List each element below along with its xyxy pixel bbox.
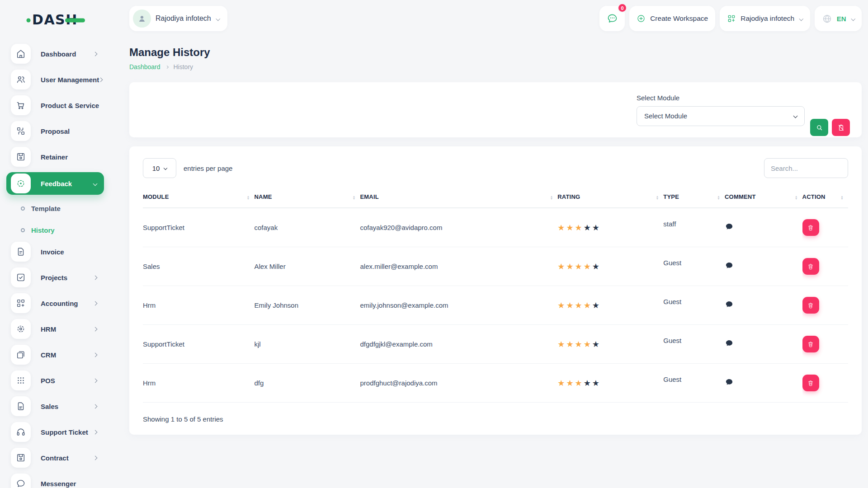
speech-bubble-icon[interactable] [725,222,734,231]
column-header-label: MODULE [143,193,169,200]
circle-bullet-icon [21,206,25,211]
sidebar-item-label: Invoice [41,248,104,256]
delete-button[interactable] [802,336,819,352]
breadcrumb-dashboard-link[interactable]: Dashboard [129,63,160,70]
entries-per-page-select[interactable]: 10 [143,158,176,178]
sidebar-item-sales[interactable]: Sales [11,396,104,417]
sidebar-item-projects[interactable]: Projects [11,267,104,288]
column-header-email[interactable]: EMAIL [360,189,557,208]
brand-logo[interactable]: DASH [0,6,109,33]
sort-icon [840,196,844,200]
type-label: Guest [663,337,681,344]
table-row: HrmEmily Johnsonemily.johnson@example.co… [143,286,848,325]
column-header-module[interactable]: MODULE [143,189,254,208]
column-header-comment[interactable]: COMMENT [725,189,802,208]
delete-button[interactable] [802,297,819,314]
sidebar-item-label: CRM [41,351,94,359]
sidebar-subitem-template[interactable]: Template [11,198,109,219]
user-avatar-icon [133,9,151,28]
sidebar-item-dashboard[interactable]: Dashboard [11,43,104,64]
messages-count-badge: 0 [618,3,627,13]
delete-button[interactable] [802,258,819,275]
trash-icon [807,224,814,231]
sort-icon [795,196,798,200]
sidebar-item-crm[interactable]: CRM [11,344,104,365]
star-icon: ★ [575,223,584,232]
history-table: MODULENAMEEMAILRATINGTYPECOMMENTACTION S… [143,189,848,403]
sidebar: DASH DashboardUser ManagementProduct & S… [0,0,109,488]
star-icon: ★ [584,262,592,271]
page-title: Manage History [129,46,862,59]
speech-bubble-icon[interactable] [725,261,734,270]
circle-bullet-icon [21,228,25,232]
filter-card: Select Module Select Module [129,82,862,137]
workspace-selector[interactable]: Rajodiya infotech [129,6,227,31]
filter-search-button[interactable] [810,119,828,136]
sidebar-item-label: HRM [41,325,94,333]
accounting-icon [11,293,31,313]
delete-button[interactable] [802,375,819,391]
company-selector[interactable]: Rajodiya infotech [720,6,810,31]
sort-icon [656,196,659,200]
topbar: Rajodiya infotech 0 Create Workspace [109,0,868,33]
sidebar-item-contract[interactable]: Contract [11,447,104,468]
speech-bubble-icon[interactable] [725,300,734,309]
sidebar-item-label: POS [41,377,94,385]
sidebar-item-label: Projects [41,274,94,282]
sort-icon [717,196,720,200]
cell-action [802,325,848,364]
type-label: Guest [663,298,681,305]
star-icon: ★ [592,223,601,232]
sidebar-item-user-management[interactable]: User Management [11,69,104,90]
workspace-selector-label: Rajodiya infotech [156,14,211,23]
proposal-icon [11,121,31,141]
column-header-label: ACTION [802,193,826,200]
speech-bubble-icon[interactable] [725,378,734,387]
star-icon: ★ [592,379,601,388]
speech-bubble-icon[interactable] [725,339,734,348]
sidebar-item-pos[interactable]: POS [11,370,104,391]
table-search-input[interactable] [764,158,848,178]
cell-comment [725,364,802,403]
sidebar-item-label: User Management [41,76,99,84]
module-select[interactable]: Select Module [637,106,805,126]
messages-button[interactable]: 0 [599,6,625,31]
company-selector-label: Rajodiya infotech [741,14,794,23]
sidebar-item-invoice[interactable]: Invoice [11,241,104,262]
sidebar-item-product-service[interactable]: Product & Service [11,95,104,116]
grid-plus-icon [727,14,736,23]
column-header-type[interactable]: TYPE [663,189,725,208]
chevron-right-icon [93,301,98,305]
table-row: SupportTicketcofayakcofayak920@avidapro.… [143,208,848,247]
sidebar-subitem-history[interactable]: History [11,220,109,240]
create-workspace-button[interactable]: Create Workspace [629,6,715,31]
chevron-down-icon [164,166,167,170]
breadcrumb-current: History [174,63,193,70]
filter-reset-button[interactable] [832,119,850,136]
hrm-icon [11,319,31,339]
cell-type: Guest [663,325,725,364]
cell-module: SupportTicket [143,208,254,247]
sidebar-item-label: Proposal [41,127,104,135]
column-header-label: NAME [254,193,272,200]
column-header-action[interactable]: ACTION [802,189,848,208]
chat-bubble-icon [606,13,618,25]
sidebar-item-retainer[interactable]: Retainer [11,146,104,167]
sidebar-item-hrm[interactable]: HRM [11,319,104,339]
sidebar-item-feedback[interactable]: Feedback [6,172,104,195]
module-select-value: Select Module [644,112,687,120]
delete-button[interactable] [802,219,819,236]
column-header-name[interactable]: NAME [254,189,360,208]
sidebar-item-messenger[interactable]: Messenger [11,473,104,488]
sidebar-item-accounting[interactable]: Accounting [11,293,104,314]
sidebar-item-proposal[interactable]: Proposal [11,121,104,141]
table-controls: 10 entries per page [143,158,848,178]
sidebar-item-support-ticket[interactable]: Support Ticket [11,422,104,442]
trash-icon [807,263,814,270]
cell-email: cofayak920@avidapro.com [360,208,557,247]
language-selector[interactable]: EN [815,6,862,31]
column-header-rating[interactable]: RATING [557,189,663,208]
column-header-label: TYPE [663,193,679,200]
dash-logo-icon: DASH [25,9,93,29]
cell-rating: ★★★★★ [557,286,663,325]
